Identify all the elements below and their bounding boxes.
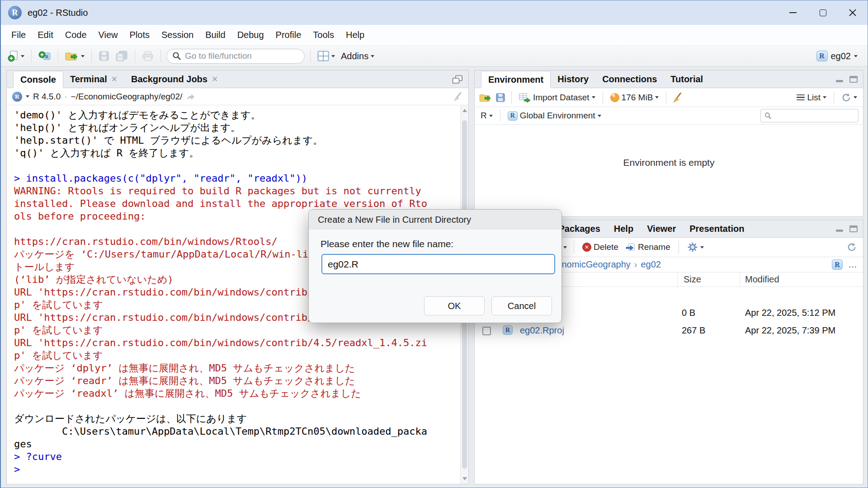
console-line: installed. Please download and install t…: [14, 197, 453, 210]
list-view-button[interactable]: List: [795, 92, 828, 103]
panel-tab[interactable]: Connections: [595, 70, 664, 88]
console-line: WARNING: Rtools is required to build R p…: [14, 185, 453, 197]
language-label: R: [481, 111, 487, 121]
panel-tab[interactable]: Help: [607, 220, 640, 237]
panel-tab[interactable]: History: [551, 70, 595, 88]
menu-item[interactable]: Profile: [270, 30, 307, 40]
maximize-panel-icon[interactable]: [849, 225, 858, 232]
print-button[interactable]: [141, 50, 155, 62]
search-icon: [764, 112, 772, 119]
maximize-button[interactable]: [808, 0, 838, 25]
save-workspace-icon[interactable]: [495, 93, 505, 103]
panel-tab[interactable]: Console ✕: [13, 71, 63, 88]
window-title: eg02 - RStudio: [28, 8, 88, 18]
console-line: > install.packages(c("dplyr", "readr", "…: [14, 172, 453, 185]
chevron-down-icon: [331, 55, 335, 57]
environment-search-input[interactable]: [774, 111, 868, 121]
cancel-button[interactable]: Cancel: [491, 296, 552, 315]
refresh-files-icon[interactable]: [847, 242, 857, 252]
clear-console-icon[interactable]: [453, 92, 463, 102]
environment-panel: Environment History Connections Tutorial: [474, 70, 863, 217]
scope-selector[interactable]: R Global Environment: [506, 110, 603, 122]
menu-bar: FileEditCodeViewPlotsSessionBuildDebugPr…: [1, 25, 868, 46]
environment-body: Environment is empty: [475, 125, 863, 216]
toolbar-divider: [603, 91, 603, 104]
file-modified: Apr 22, 2025, 7:39 PM: [745, 325, 835, 336]
menu-item[interactable]: Code: [59, 30, 93, 40]
addins-button[interactable]: Addins: [340, 50, 376, 62]
menu-item[interactable]: View: [93, 30, 124, 40]
row-checkbox[interactable]: [482, 327, 491, 335]
goto-directory-icon[interactable]: [186, 93, 195, 100]
workspace-panes-button[interactable]: [316, 50, 336, 62]
clear-environment-icon[interactable]: [672, 92, 683, 103]
menu-item[interactable]: Plots: [124, 30, 156, 40]
panel-tab[interactable]: Environment: [481, 71, 551, 88]
menu-item[interactable]: File: [5, 30, 32, 40]
console-line: 'q()' と入力すれば R を終了します。: [14, 147, 453, 160]
restore-panes-icon[interactable]: [452, 75, 463, 84]
toolbar-divider: [679, 241, 679, 253]
goto-file-box[interactable]: [166, 49, 305, 64]
panel-tab[interactable]: Terminal ✕: [63, 70, 124, 88]
menu-item[interactable]: Edit: [32, 30, 59, 40]
environment-strip-actions: [836, 70, 858, 88]
size-column-header[interactable]: Size: [684, 274, 701, 285]
minimize-panel-icon[interactable]: [836, 80, 843, 82]
console-line: C:\Users\tamur\AppData\Local\Temp\Rtmp2T…: [14, 425, 453, 438]
rename-file-button[interactable]: Rename: [624, 241, 672, 253]
working-directory: ~/EconomicGeography/eg02/: [71, 92, 183, 102]
table-row[interactable]: R eg02.Rproj 267 B Apr 22, 2025, 7:39 PM: [475, 322, 863, 340]
delete-file-button[interactable]: ✕ Delete: [581, 241, 620, 253]
save-button[interactable]: [97, 50, 111, 62]
file-name-link[interactable]: eg02.Rproj: [520, 325, 564, 336]
title-bar: R eg02 - RStudio: [1, 0, 868, 25]
menu-item[interactable]: Tools: [307, 30, 340, 40]
maximize-panel-icon[interactable]: [849, 76, 858, 83]
file-name-input[interactable]: [321, 254, 555, 274]
r-project-badge[interactable]: R: [832, 259, 843, 270]
panel-tab[interactable]: Background Jobs ✕: [124, 70, 225, 88]
more-file-actions-button[interactable]: [686, 241, 705, 253]
chevron-down-icon: [655, 96, 659, 99]
panel-tab[interactable]: Viewer: [640, 220, 683, 237]
language-selector[interactable]: R: [479, 110, 494, 122]
ok-button[interactable]: OK: [424, 296, 485, 315]
menu-item[interactable]: Session: [156, 30, 199, 40]
close-tab-icon[interactable]: ✕: [111, 75, 118, 84]
console-line: ges: [14, 438, 453, 450]
minimize-icon: [789, 12, 797, 13]
project-selector[interactable]: R eg02: [816, 51, 858, 61]
menu-item[interactable]: Help: [340, 30, 370, 40]
refresh-environment-button[interactable]: [840, 92, 859, 103]
minimize-panel-icon[interactable]: [836, 230, 843, 232]
save-all-button[interactable]: [114, 49, 129, 63]
close-tab-icon[interactable]: ✕: [212, 75, 218, 84]
import-dataset-button[interactable]: Import Dataset: [518, 92, 597, 103]
menu-item[interactable]: Debug: [231, 30, 270, 40]
goto-file-input[interactable]: [185, 51, 299, 61]
menu-item[interactable]: Build: [199, 30, 231, 40]
breadcrumb-current-link[interactable]: eg02: [641, 259, 661, 270]
scroll-up-icon[interactable]: [462, 109, 467, 112]
toolbar-divider: [31, 50, 32, 62]
more-options-button[interactable]: …: [848, 259, 858, 270]
environment-search-box[interactable]: [760, 109, 859, 122]
chevron-down-icon[interactable]: [563, 246, 567, 249]
minimize-button[interactable]: [778, 0, 808, 25]
new-project-button[interactable]: R: [37, 49, 52, 63]
panel-tab[interactable]: Presentation: [683, 220, 751, 237]
scroll-down-icon[interactable]: [462, 477, 467, 480]
close-button[interactable]: [838, 0, 868, 25]
console-line: [14, 160, 453, 172]
open-file-button[interactable]: [64, 50, 86, 62]
chevron-down-icon[interactable]: [26, 95, 29, 98]
load-workspace-icon[interactable]: [479, 93, 492, 103]
dialog-title-bar[interactable]: Create a New File in Current Directory: [309, 210, 561, 230]
save-icon: [99, 51, 109, 61]
memory-usage-button[interactable]: 176 MiB: [609, 92, 660, 103]
new-file-button[interactable]: [6, 49, 26, 63]
r-project-icon: R: [816, 51, 828, 61]
panel-tab[interactable]: Tutorial: [664, 70, 710, 88]
modified-column-header[interactable]: Modified: [745, 274, 779, 285]
